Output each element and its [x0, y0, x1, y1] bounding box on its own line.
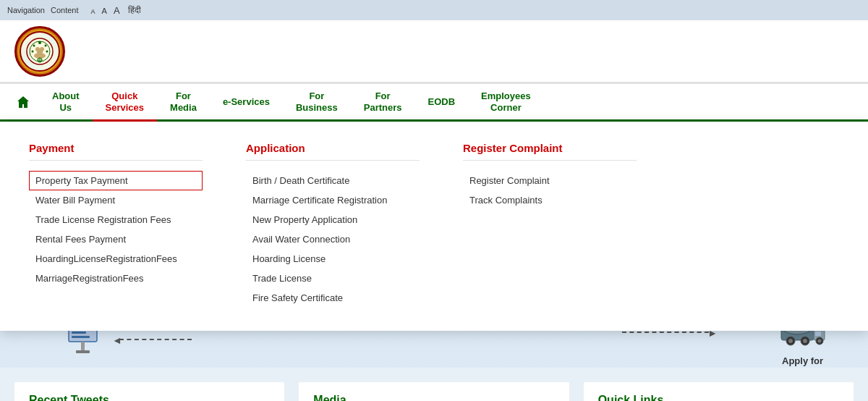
font-large-btn[interactable]: A [111, 4, 122, 17]
nav-bar: About Us Quick Services For Media e-Serv… [0, 84, 868, 122]
logo[interactable] [14, 26, 65, 77]
nav-eodb[interactable]: EODB [415, 84, 469, 122]
nav-employees-corner[interactable]: Employees Corner [468, 84, 544, 122]
hindi-link[interactable]: हिंदी [128, 5, 141, 15]
nav-for-business[interactable]: For Business [283, 84, 351, 122]
dropdown-hoarding-license-app[interactable]: Hoarding License [246, 249, 420, 269]
svg-point-4 [35, 47, 40, 51]
dashed-arrow-1 [119, 339, 192, 340]
svg-point-13 [32, 50, 34, 52]
dropdown-register-complaint[interactable]: Register Complaint [463, 171, 637, 190]
dropdown-birth-death[interactable]: Birth / Death Certificate [246, 171, 420, 190]
font-medium-btn[interactable]: A [100, 6, 109, 16]
dropdown-complaint-col: Register Complaint Register Complaint Tr… [463, 142, 637, 308]
recent-tweets-card[interactable]: Recent Tweets [14, 382, 284, 401]
bottom-cards-area: Recent Tweets Media Quick Links [0, 368, 868, 401]
nav-bar-wrapper: About Us Quick Services For Media e-Serv… [0, 84, 868, 122]
apply-hoarding-label: Apply forHoarding License [43, 366, 122, 368]
svg-point-12 [46, 50, 48, 52]
dropdown-payment-col: Payment Property Tax Payment Water Bill … [29, 142, 203, 308]
nav-e-services[interactable]: e-Services [210, 84, 283, 122]
nav-for-partners[interactable]: For Partners [351, 84, 415, 122]
dropdown-payment-title: Payment [29, 142, 203, 161]
dropdown-rental-fees[interactable]: Rental Fees Payment [29, 229, 203, 249]
quick-services-dropdown: Payment Property Tax Payment Water Bill … [0, 122, 868, 331]
svg-point-41 [817, 339, 821, 343]
home-nav-item[interactable] [7, 84, 39, 122]
dropdown-new-property[interactable]: New Property Application [246, 210, 420, 229]
dashed-arrow-2 [622, 332, 709, 333]
font-small-btn[interactable]: A [89, 7, 98, 16]
navigation-link[interactable]: Navigation [7, 6, 45, 14]
dropdown-complaint-title: Register Complaint [463, 142, 637, 161]
apply-water-label: Apply forWater Tanker [773, 355, 832, 368]
dropdown-application-col: Application Birth / Death Certificate Ma… [246, 142, 420, 308]
dropdown-avail-water[interactable]: Avail Water Connection [246, 229, 420, 249]
svg-rect-24 [81, 342, 85, 352]
svg-rect-25 [76, 350, 90, 353]
svg-rect-22 [72, 332, 86, 334]
dropdown-marriage-reg-fees[interactable]: MarriageRegistrationFees [29, 269, 203, 288]
media-card[interactable]: Media [299, 382, 569, 401]
nav-quick-services[interactable]: Quick Services [93, 84, 158, 122]
svg-point-11 [33, 44, 35, 46]
svg-point-37 [788, 339, 793, 343]
dropdown-property-tax[interactable]: Property Tax Payment [29, 171, 203, 190]
logo-emblem [20, 31, 60, 72]
dropdown-fire-safety[interactable]: Fire Safety Certificate [246, 288, 420, 308]
svg-point-9 [38, 41, 41, 44]
dropdown-water-bill[interactable]: Water Bill Payment [29, 190, 203, 210]
header [0, 20, 868, 84]
dropdown-trade-license-app[interactable]: Trade License [246, 269, 420, 288]
nav-about[interactable]: About Us [39, 84, 93, 122]
svg-point-39 [803, 339, 807, 343]
nav-for-media[interactable]: For Media [157, 84, 210, 122]
svg-point-5 [40, 47, 44, 51]
dropdown-trade-license-fee[interactable]: Trade License Registration Fees [29, 210, 203, 229]
svg-point-10 [45, 44, 47, 46]
svg-rect-23 [72, 336, 90, 338]
top-bar: Navigation Content A A A हिंदी [0, 0, 868, 20]
svg-rect-35 [815, 332, 821, 336]
content-link[interactable]: Content [51, 6, 79, 14]
dropdown-track-complaints[interactable]: Track Complaints [463, 190, 637, 210]
dropdown-hoarding-license-fee[interactable]: HoardingLicenseRegistrationFees [29, 249, 203, 269]
font-size-group: A A A [89, 5, 122, 16]
dropdown-application-title: Application [246, 142, 420, 161]
quick-links-card[interactable]: Quick Links [584, 382, 854, 401]
dropdown-marriage-cert[interactable]: Marriage Certificate Registration [246, 190, 420, 210]
